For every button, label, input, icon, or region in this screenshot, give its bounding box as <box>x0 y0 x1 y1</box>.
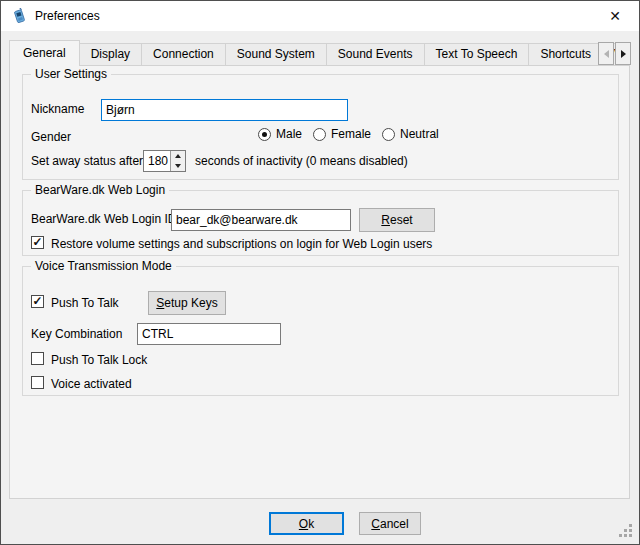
tab-label: Text To Speech <box>436 47 518 61</box>
radio-male[interactable]: Male <box>258 127 302 141</box>
restore-volume-checkbox[interactable]: ✓ <box>31 236 44 249</box>
voice-activated-checkbox[interactable]: ✓ <box>31 376 44 389</box>
tab-sound-system[interactable]: Sound System <box>225 43 327 65</box>
checkmark-icon: ✓ <box>32 236 42 248</box>
group-title: User Settings <box>31 67 111 82</box>
tab-label: Connection <box>153 47 214 61</box>
gender-radio-group: Male Female Neutral <box>258 127 439 141</box>
ok-button[interactable]: Ok <box>269 512 344 535</box>
tab-scroll-left-button[interactable] <box>598 42 614 65</box>
reset-button-label: Reset <box>381 213 412 227</box>
window-title: Preferences <box>35 9 100 23</box>
restore-volume-label: Restore volume settings and subscription… <box>51 237 432 251</box>
radio-label: Neutral <box>400 127 439 141</box>
radio-neutral[interactable]: Neutral <box>382 127 439 141</box>
tab-shortcuts[interactable]: Shortcuts <box>528 43 603 65</box>
setup-keys-button[interactable]: Setup Keys <box>148 291 226 315</box>
away-seconds-input[interactable] <box>144 151 170 171</box>
cancel-button[interactable]: Cancel <box>359 512 421 535</box>
radio-dot <box>262 132 267 137</box>
cancel-button-label: Cancel <box>371 517 408 531</box>
tab-scroll-right-button[interactable] <box>615 42 631 65</box>
user-settings-group: User Settings Nickname Gender Male Femal… <box>22 74 619 180</box>
voice-activated-label: Voice activated <box>51 377 132 391</box>
titlebar[interactable]: Preferences <box>1 1 639 31</box>
nickname-input[interactable] <box>101 99 348 121</box>
tab-sound-events[interactable]: Sound Events <box>326 43 425 65</box>
key-combination-label: Key Combination <box>31 327 122 341</box>
spin-buttons <box>170 151 185 171</box>
tab-text-to-speech[interactable]: Text To Speech <box>424 43 530 65</box>
tab-page-general: User Settings Nickname Gender Male Femal… <box>9 65 630 499</box>
away-seconds-spinner <box>143 150 186 172</box>
scroll-left-icon <box>604 50 609 58</box>
tab-label: Display <box>91 47 130 61</box>
resize-grip[interactable] <box>619 524 633 538</box>
spin-down-icon <box>175 164 181 168</box>
group-title: Voice Transmission Mode <box>31 259 176 274</box>
web-login-group: BearWare.dk Web Login BearWare.dk Web Lo… <box>22 190 619 256</box>
tab-label: Shortcuts <box>540 47 591 61</box>
spin-up-button[interactable] <box>171 151 185 161</box>
group-title: BearWare.dk Web Login <box>31 183 169 198</box>
gender-label: Gender <box>31 130 71 144</box>
tab-general[interactable]: General <box>9 40 80 66</box>
tab-display[interactable]: Display <box>79 43 142 65</box>
away-status-label: Set away status after <box>31 154 143 168</box>
push-to-talk-label: Push To Talk <box>51 296 119 310</box>
spin-down-button[interactable] <box>171 161 185 171</box>
push-to-talk-lock-label: Push To Talk Lock <box>51 353 147 367</box>
radio-icon <box>313 128 326 141</box>
key-combination-input[interactable] <box>137 323 281 345</box>
radio-icon <box>258 128 271 141</box>
radio-icon <box>382 128 395 141</box>
tab-label: Sound Events <box>338 47 413 61</box>
ok-button-label: Ok <box>299 517 314 531</box>
away-status-suffix: seconds of inactivity (0 means disabled) <box>195 154 408 168</box>
push-to-talk-checkbox[interactable]: ✓ <box>31 295 44 308</box>
spin-up-icon <box>175 154 181 158</box>
checkmark-icon: ✓ <box>32 295 42 307</box>
setup-keys-button-label: Setup Keys <box>156 296 217 310</box>
tab-bar: General Display Connection Sound System … <box>9 40 631 66</box>
web-login-id-input[interactable] <box>171 209 351 231</box>
tab-connection[interactable]: Connection <box>141 43 226 65</box>
scroll-right-icon <box>621 50 626 58</box>
push-to-talk-lock-checkbox[interactable]: ✓ <box>31 352 44 365</box>
voice-transmission-group: Voice Transmission Mode ✓ Push To Talk S… <box>22 266 619 396</box>
reset-button[interactable]: Reset <box>359 208 435 232</box>
tab-scrollers <box>597 42 631 65</box>
nickname-label: Nickname <box>31 102 84 116</box>
close-button[interactable]: ✕ <box>594 1 636 31</box>
app-icon <box>11 8 27 24</box>
radio-label: Male <box>276 127 302 141</box>
web-login-id-label: BearWare.dk Web Login ID <box>31 212 176 226</box>
tab-label: Sound System <box>237 47 315 61</box>
preferences-dialog: Preferences ✕ General Display Connection… <box>0 0 640 545</box>
radio-label: Female <box>331 127 371 141</box>
radio-female[interactable]: Female <box>313 127 371 141</box>
tab-label: General <box>23 46 66 60</box>
